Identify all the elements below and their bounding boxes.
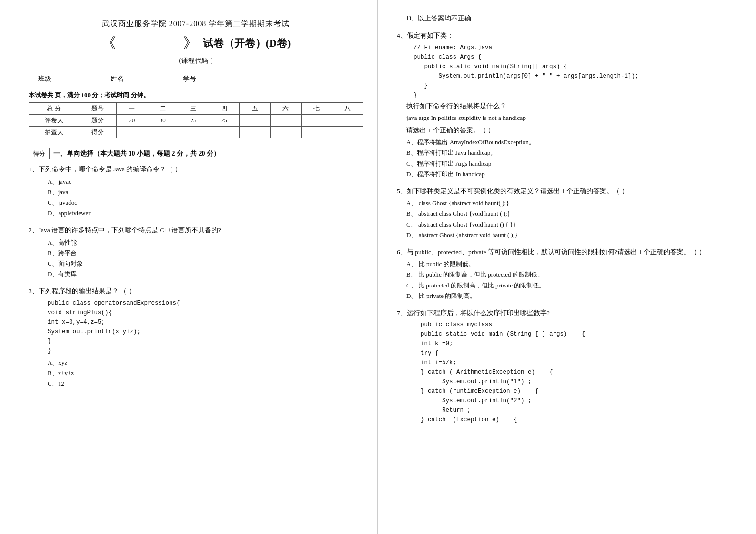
table-cell: 三 <box>178 103 209 115</box>
table-cell: 25 <box>209 115 240 127</box>
course-code: （课程代码 ） <box>29 57 363 65</box>
table-cell <box>209 127 240 138</box>
table-cell: 六 <box>271 103 302 115</box>
q7-text: 7、运行如下程序后，将以什么次序打印出哪些数字? <box>397 308 737 318</box>
q2-opt-b: B、跨平台 <box>48 248 363 258</box>
exam-header: 武汉商业服务学院 2007-2008 学年第二学期期末考试 《 》 试卷（开卷）… <box>29 19 363 65</box>
q6-opt-c: C、 比 protected 的限制高，但比 private 的限制低。 <box>406 280 737 291</box>
table-cell: 20 <box>116 115 147 127</box>
q4-command: java args In politics stupidity is not a… <box>406 113 737 123</box>
q1-opt-b: B、java <box>48 187 363 198</box>
q3-opt-a: A、xyz <box>48 357 363 368</box>
id-underline <box>198 75 255 83</box>
score-label: 得分 <box>29 148 50 159</box>
table-cell: 30 <box>147 115 178 127</box>
right-column: D、以上答案均不正确 4、假定有如下类： // Filename: Args.j… <box>378 0 756 534</box>
q4-code: // Filename: Args.java public class Args… <box>406 43 737 100</box>
q3-opt-d: D、以上答案均不正确 <box>406 14 737 23</box>
table-cell: 总 分 <box>29 103 79 115</box>
q2-opt-d: D、有类库 <box>48 269 363 279</box>
q4-text: 4、假定有如下类： <box>397 30 737 41</box>
q3-text: 3、下列程序段的输出结果是？ （ ） <box>29 286 363 297</box>
bracket-right: 》 <box>183 33 198 54</box>
question-3: 3、下列程序段的输出结果是？ （ ） public class operator… <box>29 286 363 389</box>
q4-opt-b: B、程序将打印出 Java handicap。 <box>406 148 737 158</box>
q5-opt-a: A、 class Ghost {abstract void haunt( );} <box>406 198 737 208</box>
q5-opt-b: B、 abstract class Ghost {void haunt ( );… <box>406 208 737 219</box>
class-field: 班级 <box>38 75 101 83</box>
table-cell <box>301 115 332 127</box>
table-cell <box>147 127 178 138</box>
table-cell: 七 <box>301 103 332 115</box>
q3-opt-b: B、x+y+z <box>48 368 363 378</box>
q5-opt-c: C、 abstract class Ghost {void haunt () {… <box>406 219 737 230</box>
table-cell: 八 <box>332 103 363 115</box>
table-cell <box>332 127 363 138</box>
id-label: 学号 <box>183 75 196 83</box>
name-underline <box>126 75 173 83</box>
question-1: 1、下列命令中，哪个命令是 Java 的编译命令？（ ） A、javac B、j… <box>29 164 363 218</box>
table-cell: 一 <box>116 103 147 115</box>
q5-text: 5、如下哪种类定义是不可实例化类的有效定义？请选出 1 个正确的答案。（ ） <box>397 186 737 197</box>
question-6: 6、与 public、protected、private 等可访问性相比，默认可… <box>397 247 737 301</box>
table-cell: 二 <box>147 103 178 115</box>
q6-text: 6、与 public、protected、private 等可访问性相比，默认可… <box>397 247 737 257</box>
table-cell: 25 <box>178 115 209 127</box>
school-title: 武汉商业服务学院 2007-2008 学年第二学期期末考试 <box>29 19 363 29</box>
q4-instruction: 请选出 1 个正确的答案。（ ） <box>406 125 737 136</box>
table-cell: 得分 <box>79 127 117 138</box>
q2-opt-a: A、高性能 <box>48 237 363 248</box>
q4-opt-d: D、程序将打印出 In handicap <box>406 169 737 179</box>
question-2: 2、Java 语言的许多特点中，下列哪个特点是 C++语言所不具备的? A、高性… <box>29 225 363 279</box>
question-4: 4、假定有如下类： // Filename: Args.java public … <box>397 30 737 179</box>
id-field: 学号 <box>183 75 255 83</box>
q4-subtext1: 执行如下命令行的结果将是什么？ <box>406 101 737 111</box>
table-cell: 评卷人 <box>29 115 79 127</box>
q1-opt-d: D、appletviewer <box>48 208 363 218</box>
section-title: 一、单向选择（本大题共 10 小题，每题 2 分，共 20 分） <box>53 149 220 158</box>
q1-opt-c: C、javadoc <box>48 198 363 208</box>
q6-opt-a: A、 比 public 的限制低。 <box>406 259 737 269</box>
table-cell <box>240 115 271 127</box>
q3-code: public class operatorsandExpressions{ vo… <box>48 298 363 356</box>
table-cell: 五 <box>240 103 271 115</box>
exam-type: 试卷（开卷）(D卷) <box>203 36 291 50</box>
section-header: 得分 一、单向选择（本大题共 10 小题，每题 2 分，共 20 分） <box>29 148 363 159</box>
table-cell <box>271 127 302 138</box>
q1-text: 1、下列命令中，哪个命令是 Java 的编译命令？（ ） <box>29 164 363 175</box>
q4-opt-c: C、程序将打印出 Args handicap <box>406 158 737 169</box>
q4-opt-a: A、程序将抛出 ArrayIndexOfBoundsException。 <box>406 137 737 148</box>
class-underline <box>53 75 101 83</box>
exam-title: 《 》 试卷（开卷）(D卷) <box>29 33 363 54</box>
question-5: 5、如下哪种类定义是不可实例化类的有效定义？请选出 1 个正确的答案。（ ） A… <box>397 186 737 240</box>
left-column: 武汉商业服务学院 2007-2008 学年第二学期期末考试 《 》 试卷（开卷）… <box>0 0 378 534</box>
q1-opt-a: A、javac <box>48 177 363 187</box>
q6-opt-d: D、 比 private 的限制高。 <box>406 291 737 301</box>
paper-info: 本试卷共 页，满分 100 分；考试时间 分钟。 <box>29 91 363 99</box>
student-info: 班级 姓名 学号 <box>38 75 363 83</box>
q3-opt-c: C、12 <box>48 378 363 389</box>
table-cell <box>116 127 147 138</box>
class-label: 班级 <box>38 75 51 83</box>
table-cell <box>332 115 363 127</box>
q6-opt-b: B、 比 public 的限制高，但比 protected 的限制低。 <box>406 269 737 280</box>
q2-opt-c: C、面向对象 <box>48 258 363 269</box>
table-cell: 四 <box>209 103 240 115</box>
table-cell <box>271 115 302 127</box>
table-cell: 题号 <box>79 103 117 115</box>
name-label: 姓名 <box>111 75 124 83</box>
q5-opt-d: D、 abstract Ghost {abstract void haunt (… <box>406 230 737 240</box>
table-cell: 抽查人 <box>29 127 79 138</box>
table-cell <box>301 127 332 138</box>
q2-text: 2、Java 语言的许多特点中，下列哪个特点是 C++语言所不具备的? <box>29 225 363 236</box>
question-7: 7、运行如下程序后，将以什么次序打印出哪些数字? public class my… <box>397 308 737 425</box>
q7-code: public class myclass public static void … <box>406 320 737 425</box>
table-cell <box>178 127 209 138</box>
table-cell: 题分 <box>79 115 117 127</box>
table-cell <box>240 127 271 138</box>
score-table: 总 分 题号 一 二 三 四 五 六 七 八 评卷人 题分 20 30 25 2… <box>29 102 363 138</box>
name-field: 姓名 <box>111 75 173 83</box>
bracket-left: 《 <box>101 33 116 54</box>
